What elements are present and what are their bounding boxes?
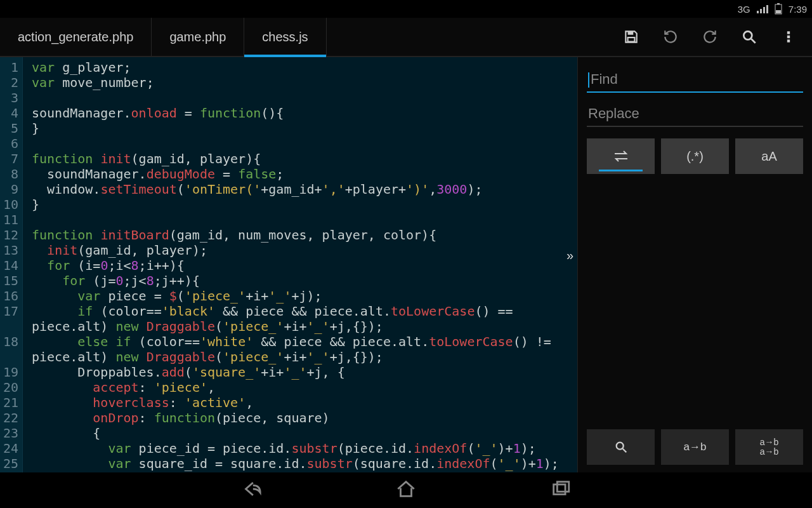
svg-point-5 bbox=[743, 31, 752, 39]
undo-icon[interactable] bbox=[660, 26, 681, 48]
overflow-menu-icon[interactable] bbox=[778, 26, 799, 48]
tab-game[interactable]: game.php bbox=[152, 18, 244, 56]
svg-rect-3 bbox=[628, 31, 634, 34]
tab-bar: action_generate.php game.php chess.js bbox=[0, 18, 812, 57]
search-icon[interactable] bbox=[738, 26, 760, 48]
svg-line-11 bbox=[622, 449, 626, 453]
svg-rect-13 bbox=[557, 482, 568, 492]
svg-point-10 bbox=[616, 443, 623, 450]
android-status-bar: 3G 7:39 bbox=[0, 0, 812, 18]
wrap-search-toggle[interactable] bbox=[587, 138, 655, 174]
recent-apps-button[interactable] bbox=[550, 478, 572, 502]
back-button[interactable] bbox=[240, 478, 262, 502]
svg-line-6 bbox=[751, 39, 756, 43]
home-button[interactable] bbox=[395, 478, 417, 502]
svg-rect-1 bbox=[777, 3, 780, 4]
svg-rect-4 bbox=[628, 37, 635, 42]
tab-chess[interactable]: chess.js bbox=[244, 18, 326, 56]
find-next-button[interactable] bbox=[587, 429, 655, 465]
find-replace-panel: » Find Replace (.*) aA a→b a→b a→b bbox=[577, 57, 812, 472]
line-number-gutter: 1234567891011121314151617 18 19202122232… bbox=[0, 57, 23, 472]
regex-toggle[interactable]: (.*) bbox=[661, 138, 729, 174]
find-input[interactable]: Find bbox=[587, 67, 803, 93]
svg-rect-12 bbox=[554, 485, 565, 495]
svg-rect-2 bbox=[776, 10, 781, 13]
replace-one-button[interactable]: a→b bbox=[661, 429, 729, 465]
case-sensitive-toggle[interactable]: aA bbox=[735, 138, 803, 174]
save-icon[interactable] bbox=[620, 26, 642, 48]
network-indicator: 3G bbox=[738, 4, 750, 15]
replace-input[interactable]: Replace bbox=[587, 102, 803, 127]
clock: 7:39 bbox=[789, 4, 807, 15]
svg-rect-8 bbox=[787, 36, 790, 38]
signal-icon bbox=[757, 4, 768, 13]
svg-rect-9 bbox=[787, 39, 790, 42]
panel-collapse-icon[interactable]: » bbox=[566, 248, 573, 263]
battery-icon bbox=[775, 3, 782, 15]
code-editor[interactable]: var g_player; var move_number; soundMana… bbox=[23, 57, 577, 472]
android-nav-bar bbox=[0, 472, 812, 508]
redo-icon[interactable] bbox=[699, 26, 721, 48]
tab-action-generate[interactable]: action_generate.php bbox=[0, 18, 152, 56]
svg-rect-7 bbox=[787, 31, 790, 34]
replace-all-button[interactable]: a→b a→b bbox=[735, 429, 803, 465]
